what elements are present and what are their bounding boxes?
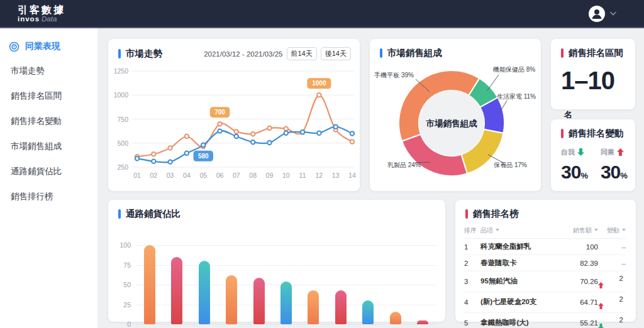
target-icon bbox=[9, 41, 19, 52]
user-menu[interactable] bbox=[589, 6, 616, 22]
x-tick-label: 13 bbox=[332, 172, 340, 179]
sidebar-item-5[interactable]: 銷售排行榜 bbox=[0, 184, 97, 209]
y-tick-label: 500 bbox=[117, 139, 128, 147]
x-tick-label: 03 bbox=[167, 172, 174, 179]
x-tick-label: 05 bbox=[199, 172, 207, 179]
donut-center-label: 市場銷售組成 bbox=[426, 119, 478, 128]
table-row[interactable]: 4 (新)七星硬盒20支 64.71 2 bbox=[464, 292, 626, 312]
bar-3[interactable] bbox=[226, 275, 237, 324]
column-header-品項[interactable]: 品項 bbox=[480, 222, 562, 239]
y-tick-label: 100 bbox=[119, 241, 131, 249]
sidebar-item-0[interactable]: 市場走勢 bbox=[0, 58, 97, 84]
cell-sales: 100 bbox=[562, 239, 598, 255]
bar-2[interactable] bbox=[199, 261, 210, 324]
cell-rank: 1 bbox=[464, 239, 480, 255]
market-composition-donut-chart[interactable]: 手機平板 39%機能保健品 8%生活家電 11%保養品 17%乳製品 24%市場… bbox=[370, 59, 541, 189]
column-header-變動[interactable]: 變動 bbox=[598, 222, 626, 239]
x-tick-label: 01 bbox=[133, 172, 141, 179]
y-tick-label: 50 bbox=[123, 281, 131, 288]
sidebar-item-4[interactable]: 通路鋪貨佔比 bbox=[0, 159, 97, 184]
table-row[interactable]: 1 科克蘭全脂鮮乳 100 – bbox=[464, 239, 626, 255]
table-header-row: 排序品項銷售額變動 bbox=[464, 222, 626, 239]
data-point bbox=[301, 130, 304, 134]
y-tick-label: 1250 bbox=[114, 67, 129, 75]
accent-bar bbox=[465, 209, 468, 219]
channel-distribution-title: 通路鋪貨佔比 bbox=[126, 208, 180, 220]
interval-number: 1–10 bbox=[561, 67, 614, 94]
data-point bbox=[185, 151, 189, 155]
cell-rank: 5 bbox=[464, 312, 480, 328]
trend-up-icon bbox=[598, 303, 604, 309]
bar-9[interactable] bbox=[390, 312, 401, 324]
data-point bbox=[251, 140, 255, 144]
y-tick-label: 25 bbox=[123, 301, 131, 309]
app-root: 引客數據 invosData 同業表現 市場走勢銷售排名區間銷 bbox=[0, 0, 644, 328]
bar-8[interactable] bbox=[362, 300, 374, 324]
sales-ranking-table: 排序品項銷售額變動 1 科克蘭全脂鮮乳 100 – 2 春遊隨取卡 82.39 … bbox=[464, 222, 626, 328]
cell-item: 95無鉛汽油 bbox=[480, 271, 562, 292]
bar-column bbox=[409, 320, 436, 324]
table-row[interactable]: 5 拿鐵熱咖啡(大) 55.21 2 bbox=[464, 312, 626, 328]
bar-column bbox=[163, 257, 190, 324]
y-tick-label: 75 bbox=[123, 261, 131, 269]
data-point bbox=[235, 134, 238, 138]
self-label: 自我 bbox=[561, 148, 575, 157]
bar-1[interactable] bbox=[171, 257, 182, 324]
logo-data: Data bbox=[42, 15, 57, 23]
market-trend-title: 市場走勢 bbox=[126, 48, 162, 60]
bar-4[interactable] bbox=[253, 278, 265, 324]
bar-7[interactable] bbox=[335, 290, 347, 324]
bar-6[interactable] bbox=[308, 290, 319, 324]
point-tooltip: 700 bbox=[210, 107, 230, 118]
cell-sales: 82.39 bbox=[562, 255, 598, 271]
data-point bbox=[201, 143, 205, 147]
donut-slice-label: 乳製品 24% bbox=[387, 161, 421, 168]
table-row[interactable]: 2 春遊隨取卡 82.39 – bbox=[464, 255, 626, 271]
bar-column bbox=[191, 261, 218, 324]
ranking-change-card: 銷售排名變動 自我 30% 同業 30% bbox=[551, 119, 635, 191]
table-row[interactable]: 3 95無鉛汽油 70.26 2 bbox=[464, 271, 626, 292]
peer-change: 同業 30% bbox=[601, 148, 628, 183]
next-14-days-button[interactable]: 後14天 bbox=[321, 47, 351, 60]
self-trend-arrow bbox=[577, 148, 584, 156]
user-avatar-icon[interactable] bbox=[589, 6, 605, 22]
ranking-change-header: 銷售排名變動 bbox=[551, 119, 635, 139]
sidebar-item-1[interactable]: 銷售排名區間 bbox=[0, 84, 97, 109]
donut-slice-label: 生活家電 11% bbox=[497, 93, 536, 100]
date-range: 2021/03/12 - 2021/03/25 bbox=[204, 50, 282, 58]
data-point bbox=[267, 141, 271, 145]
bar-10[interactable] bbox=[417, 320, 428, 324]
accent-bar bbox=[561, 129, 564, 138]
trend-down-icon bbox=[598, 324, 604, 328]
x-tick-label: 08 bbox=[249, 172, 257, 179]
gridline bbox=[136, 324, 436, 325]
data-point bbox=[235, 129, 238, 133]
market-trend-line-chart[interactable]: 1250100075050025001020304050607080910111… bbox=[108, 60, 360, 190]
data-point bbox=[168, 160, 172, 163]
cell-sales: 70.26 bbox=[562, 271, 598, 292]
market-composition-header: 市場銷售組成 bbox=[370, 39, 541, 59]
channel-distribution-bar-chart[interactable]: 0255075100綜合電商美妝保養百貨公司實體3C境外電商地區超市保健通路加油… bbox=[136, 245, 436, 328]
prev-14-days-button[interactable]: 前14天 bbox=[287, 47, 317, 60]
bar-column bbox=[245, 278, 272, 324]
sidebar: 同業表現 市場走勢銷售排名區間銷售排名變動市場銷售組成通路鋪貨佔比銷售排行榜 bbox=[0, 28, 97, 328]
data-point bbox=[185, 134, 189, 138]
peer-change-label: 同業 bbox=[601, 148, 628, 157]
logo-subtitle: invosData bbox=[18, 15, 65, 23]
bar-column bbox=[382, 312, 409, 324]
x-tick-label: 10 bbox=[282, 172, 290, 179]
cell-change: – bbox=[598, 255, 626, 271]
sidebar-item-2[interactable]: 銷售排名變動 bbox=[0, 109, 97, 134]
bar-5[interactable] bbox=[280, 282, 292, 324]
data-point bbox=[168, 146, 172, 150]
sidebar-item-3[interactable]: 市場銷售組成 bbox=[0, 134, 97, 159]
sort-caret-icon bbox=[496, 229, 499, 231]
column-header-銷售額[interactable]: 銷售額 bbox=[562, 222, 598, 239]
market-composition-card: 市場銷售組成 手機平板 39%機能保健品 8%生活家電 11%保養品 17%乳製… bbox=[370, 39, 541, 191]
bar-0[interactable] bbox=[144, 245, 155, 324]
self-percent-sign: % bbox=[580, 171, 588, 180]
sidebar-section-peer-performance[interactable]: 同業表現 bbox=[0, 28, 97, 58]
chevron-down-icon[interactable] bbox=[610, 11, 616, 16]
label-leader-line bbox=[487, 75, 499, 91]
cell-change: – bbox=[598, 239, 626, 255]
